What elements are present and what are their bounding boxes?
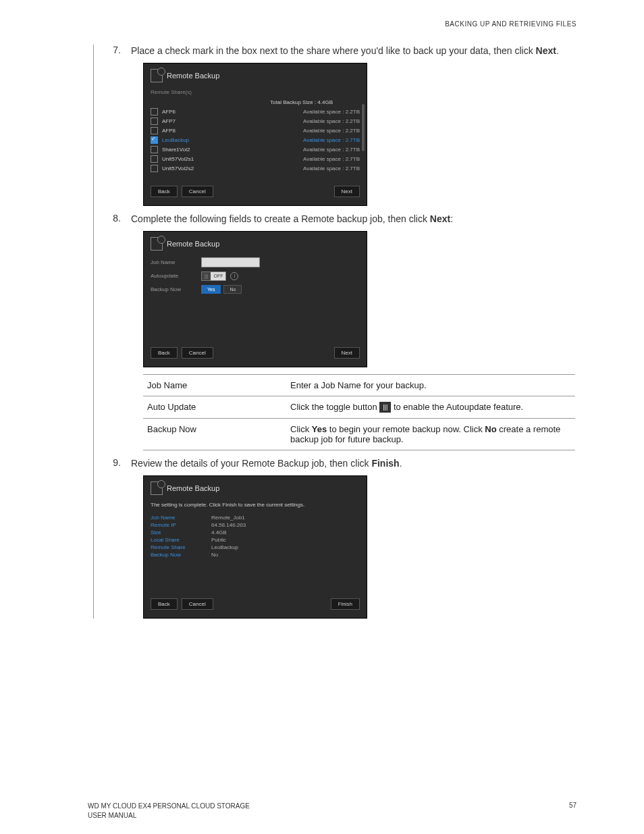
field-description-table: Job Name Enter a Job Name for your backu… [143, 374, 575, 451]
autoupdate-toggle[interactable]: ||| OFF [201, 271, 226, 281]
desc-label: Auto Update [143, 396, 286, 419]
step-text: Place a check mark in the box next to th… [131, 45, 576, 57]
summary-value: LeoBackup [211, 544, 238, 550]
step-number: 9. [94, 457, 131, 470]
remote-backup-icon [151, 69, 163, 82]
summary-message: The setting is complete. Click Finish to… [151, 502, 360, 508]
step-text-part: Review the details of your Remote Backup… [131, 458, 371, 469]
share-name: AFP6 [162, 109, 230, 115]
summary-value: 64.58.146.203 [211, 522, 246, 528]
share-name: Unit57Vol2s1 [162, 156, 230, 162]
back-button[interactable]: Back [151, 186, 178, 197]
scrollbar[interactable] [362, 104, 365, 151]
info-icon[interactable]: i [230, 272, 238, 280]
next-button[interactable]: Next [334, 347, 360, 359]
summary-label: Backup Now [151, 552, 211, 558]
remote-backup-summary-panel: Remote Backup The setting is complete. C… [143, 475, 367, 619]
share-available-space: Available space : 2.7TB [303, 137, 360, 143]
summary-row: Remote ShareLeoBackup [151, 544, 360, 550]
share-checkbox[interactable] [151, 146, 158, 153]
share-checkbox[interactable] [151, 136, 158, 144]
desc-text-part: to begin your remote backup now. Click [327, 424, 485, 434]
table-row: Backup Now Click Yes to begin your remot… [143, 419, 575, 450]
share-row: Unit57Vol2s1Available space : 2.7TB [151, 155, 360, 163]
share-checkbox[interactable] [151, 155, 158, 163]
desc-label: Backup Now [143, 419, 286, 450]
share-checkbox[interactable] [151, 108, 158, 115]
share-checkbox[interactable] [151, 165, 158, 172]
toggle-grip-icon: ||| [202, 272, 211, 280]
backup-now-label: Backup Now [151, 286, 201, 292]
toggle-off-label: OFF [211, 272, 225, 280]
back-button[interactable]: Back [151, 598, 178, 610]
summary-label: Remote Share [151, 544, 211, 550]
desc-text: Enter a Job Name for your backup. [286, 374, 575, 396]
finish-button[interactable]: Finish [331, 598, 360, 610]
yes-button[interactable]: Yes [201, 285, 221, 294]
summary-label: Job Name [151, 515, 211, 521]
step-9: 9. Review the details of your Remote Bac… [94, 457, 576, 470]
step-text: Complete the following fields to create … [131, 213, 576, 226]
desc-text: Click Yes to begin your remote backup no… [286, 419, 575, 450]
step-text-part: : [450, 213, 453, 224]
desc-text-part: Click [290, 424, 312, 434]
summary-label: Local Share [151, 537, 211, 543]
page-number: 57 [569, 802, 576, 820]
summary-value: No [211, 552, 218, 558]
share-available-space: Available space : 2.7TB [303, 147, 360, 153]
summary-row: Size4.4GB [151, 529, 360, 536]
step-number: 8. [94, 213, 131, 226]
summary-value: 4.4GB [211, 529, 227, 536]
job-name-input[interactable] [201, 257, 260, 267]
remote-backup-icon [151, 481, 163, 495]
cancel-button[interactable]: Cancel [182, 598, 213, 610]
cancel-button[interactable]: Cancel [182, 347, 213, 359]
back-button[interactable]: Back [151, 347, 178, 359]
share-name: LeoBackup [162, 137, 230, 143]
step-text: Review the details of your Remote Backup… [131, 457, 576, 470]
panel-title: Remote Backup [167, 240, 219, 248]
share-row: Share1Vol2Available space : 2.7TB [151, 146, 360, 153]
next-button[interactable]: Next [334, 186, 360, 197]
share-row: AFP8Available space : 2.2TB [151, 127, 360, 134]
step-bold: Next [536, 45, 556, 56]
summary-value: Public [211, 537, 226, 543]
footer-product: WD MY CLOUD EX4 PERSONAL CLOUD STORAGE [88, 802, 250, 811]
share-checkbox[interactable] [151, 118, 158, 125]
step-text-part: Complete the following fields to create … [131, 213, 430, 224]
summary-row: Job NameRemote_Job1 [151, 515, 360, 521]
share-checkbox[interactable] [151, 127, 158, 134]
desc-label: Job Name [143, 374, 286, 396]
footer-manual: USER MANUAL [88, 811, 250, 820]
share-name: Unit57Vol2s2 [162, 165, 230, 172]
step-text-part: . [556, 45, 559, 56]
table-row: Auto Update Click the toggle button ||| … [143, 396, 575, 419]
summary-row: Remote IP64.58.146.203 [151, 522, 360, 528]
no-button[interactable]: No [223, 285, 242, 294]
share-name: Share1Vol2 [162, 147, 230, 153]
desc-bold: No [485, 424, 496, 434]
remote-backup-shares-panel: Remote Backup Remote Share(s) Total Back… [143, 63, 367, 206]
share-name: AFP8 [162, 128, 230, 134]
remote-backup-job-panel: Remote Backup Job Name Autoupdate ||| OF… [143, 231, 367, 367]
step-bold: Next [430, 213, 450, 224]
share-available-space: Available space : 2.7TB [303, 156, 360, 162]
table-row: Job Name Enter a Job Name for your backu… [143, 374, 575, 396]
cancel-button[interactable]: Cancel [182, 186, 213, 197]
step-text-part: Place a check mark in the box next to th… [131, 45, 536, 56]
summary-value: Remote_Job1 [211, 515, 245, 521]
panel-title: Remote Backup [167, 484, 219, 492]
share-available-space: Available space : 2.2TB [303, 118, 360, 124]
desc-bold: Yes [312, 424, 327, 434]
share-row: Unit57Vol2s2Available space : 2.7TB [151, 165, 360, 172]
share-row: AFP7Available space : 2.2TB [151, 118, 360, 125]
share-available-space: Available space : 2.2TB [303, 109, 360, 115]
desc-text-part: Click the toggle button [290, 402, 379, 412]
step-text-part: . [400, 458, 402, 469]
share-row: AFP6Available space : 2.2TB [151, 108, 360, 115]
autoupdate-label: Autoupdate [151, 273, 201, 279]
share-available-space: Available space : 2.7TB [303, 165, 360, 172]
job-name-label: Job Name [151, 259, 201, 265]
total-backup-size: Total Backup Size : 4.4GB [151, 99, 333, 105]
remote-shares-label: Remote Share(s) [151, 89, 360, 95]
